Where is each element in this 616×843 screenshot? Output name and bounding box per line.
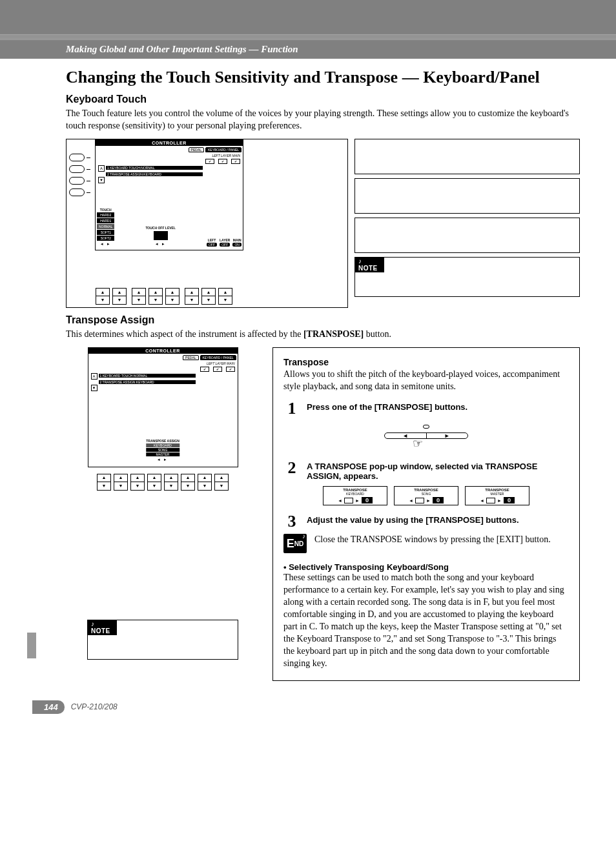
note-flag-2: ♪ NOTE xyxy=(87,620,117,635)
header-stripes xyxy=(0,34,616,40)
list-row-1: 1 KEYBOARD TOUCH:NORMAL xyxy=(106,166,203,170)
transpose-buttons-illustration: ◄► ☞ xyxy=(384,423,468,449)
step-text-3: Adjust the value by using the [TRANSPOSE… xyxy=(307,513,569,525)
page-number: 144 xyxy=(32,700,65,714)
check2-main[interactable]: ✔ xyxy=(226,367,235,372)
transpose-popups: TRANSPOSEKEYBOARD ◄►0 TRANSPOSESONG ◄►0 … xyxy=(283,486,569,505)
header-bar xyxy=(0,0,616,34)
check-labels: LEFT LAYER MAIN xyxy=(96,154,243,159)
updown-1[interactable]: ▲▼ xyxy=(96,288,110,305)
touch-off-level: TOUCH OFF LEVEL ◂ ▸ xyxy=(145,226,176,247)
updown-5[interactable]: ▲▼ xyxy=(165,288,180,305)
side-button-a[interactable] xyxy=(69,154,85,161)
note-box-1: ♪ NOTE xyxy=(354,257,580,297)
list-row-2: 2 TRANSPOSE ASSIGN:KEYBOARD xyxy=(106,172,203,176)
figure-controller-transpose: CONTROLLER PEDAL KEYBOARD / PANEL LEFT L… xyxy=(88,347,238,467)
updown-8[interactable]: ▲▼ xyxy=(218,288,232,305)
transpose-heading: Transpose xyxy=(283,357,569,367)
lcd-screen: CONTROLLER PEDAL KEYBOARD / PANEL LEFT L… xyxy=(95,139,243,250)
popup-keyboard: TRANSPOSEKEYBOARD ◄►0 xyxy=(323,486,387,505)
step-number-3: 3 xyxy=(283,513,300,530)
hand-icon: ☞ xyxy=(413,436,423,451)
transpose-assign-list: TRANSPOSE ASSIGN KEYBOARD SONG MASTER ◂ … xyxy=(146,439,180,462)
section-body-keyboard-touch: The Touch feature lets you control the v… xyxy=(66,108,580,132)
check2-left[interactable]: ✔ xyxy=(200,367,209,372)
thumb-tab xyxy=(27,633,36,658)
check-left[interactable]: ✔ xyxy=(205,159,214,164)
updown-6[interactable]: ▲▼ xyxy=(185,288,199,305)
step-text-1: Press one of the [TRANSPOSE] buttons. xyxy=(307,400,569,412)
list2-row-2: 2 TRANSPOSE ASSIGN:KEYBOARD xyxy=(99,380,196,384)
check-main[interactable]: ✔ xyxy=(231,159,240,164)
list2-btn-b[interactable]: ▼ xyxy=(91,385,98,391)
transpose-procedure-box: Transpose Allows you to shift the pitch … xyxy=(272,347,580,681)
callout-box-1 xyxy=(354,139,580,174)
check2-layer[interactable]: ✔ xyxy=(213,367,222,372)
section-body-transpose-assign: This determines which aspect of the inst… xyxy=(66,329,580,341)
figure-controller-touch: CONTROLLER PEDAL KEYBOARD / PANEL LEFT L… xyxy=(66,139,348,308)
check-labels-2: LEFT LAYER MAIN xyxy=(88,361,238,367)
list2-row-1: 1 KEYBOARD TOUCH:NORMAL xyxy=(99,374,196,378)
ud2-7[interactable]: ▲▼ xyxy=(198,474,212,491)
updown-2[interactable]: ▲▼ xyxy=(112,288,127,305)
bullet-heading: • Selectively Transposing Keyboard/Song xyxy=(283,562,569,572)
bullet-body: These settings can be used to match both… xyxy=(283,572,569,669)
panel-updown-buttons: ▲▼ ▲▼ ▲▼ ▲▼ ▲▼ ▲▼ ▲▼ ▲▼ xyxy=(95,288,233,305)
end-icon: END xyxy=(283,534,307,553)
updown-4[interactable]: ▲▼ xyxy=(149,288,163,305)
tab-pedal[interactable]: PEDAL xyxy=(189,147,204,152)
popup-master: TRANSPOSEMASTER ◄►0 xyxy=(465,486,529,505)
list-btn-a[interactable]: A xyxy=(98,165,105,172)
list2-btn-a[interactable]: A xyxy=(91,373,98,380)
part-switches: LEFTOFF LAYEROFF MAINON xyxy=(207,238,241,247)
side-button-b[interactable] xyxy=(69,165,85,173)
tab-keyboard-panel[interactable]: KEYBOARD / PANEL xyxy=(205,147,241,152)
callout-box-3 xyxy=(354,218,580,253)
ud2-2[interactable]: ▲▼ xyxy=(114,474,128,491)
callout-box-2 xyxy=(354,178,580,214)
page-title: Changing the Touch Sensitivity and Trans… xyxy=(66,68,580,87)
model-label: CVP-210/208 xyxy=(71,702,118,711)
screen-title: CONTROLLER xyxy=(96,140,243,146)
end-body: Close the TRANSPOSE windows by pressing … xyxy=(314,534,551,546)
updown-3[interactable]: ▲▼ xyxy=(132,288,146,305)
screen2-title: CONTROLLER xyxy=(88,348,238,354)
panel2-updown-buttons: ▲▼ ▲▼ ▲▼ ▲▼ ▲▼ ▲▼ ▲▼ ▲▼ xyxy=(66,474,260,491)
section-heading-transpose-assign: Transpose Assign xyxy=(66,314,580,326)
check-layer[interactable]: ✔ xyxy=(218,159,227,164)
step-number-2: 2 xyxy=(283,460,300,476)
section-heading-keyboard-touch: Keyboard Touch xyxy=(66,94,580,105)
updown-7[interactable]: ▲▼ xyxy=(201,288,216,305)
ud2-5[interactable]: ▲▼ xyxy=(164,474,178,491)
popup-song: TRANSPOSESONG ◄►0 xyxy=(394,486,458,505)
touch-list: TOUCH HARD2 HARD1 NORMAL SOFT1 SOFT2 ◂ ▸ xyxy=(97,208,114,247)
ud2-6[interactable]: ▲▼ xyxy=(181,474,195,491)
list-btn-b[interactable]: ▼ xyxy=(98,177,105,183)
side-button-c[interactable] xyxy=(69,177,85,185)
side-button-d[interactable] xyxy=(69,188,85,196)
panel-side-buttons xyxy=(69,154,85,196)
step-number-1: 1 xyxy=(283,400,300,417)
ud2-1[interactable]: ▲▼ xyxy=(97,474,111,491)
ud2-4[interactable]: ▲▼ xyxy=(147,474,161,491)
step-text-2: A TRANSPOSE pop-up window, selected via … xyxy=(307,460,569,481)
breadcrumb: Making Global and Other Important Settin… xyxy=(0,40,616,59)
note-flag: ♪ NOTE xyxy=(354,257,384,272)
tab2-keyboard-panel[interactable]: KEYBOARD / PANEL xyxy=(200,355,236,360)
transpose-body: Allows you to shift the pitch of the key… xyxy=(283,369,569,393)
ud2-8[interactable]: ▲▼ xyxy=(214,474,229,491)
tab2-pedal[interactable]: PEDAL xyxy=(183,355,198,360)
note-box-2: ♪ NOTE xyxy=(87,620,238,660)
ud2-3[interactable]: ▲▼ xyxy=(130,474,145,491)
